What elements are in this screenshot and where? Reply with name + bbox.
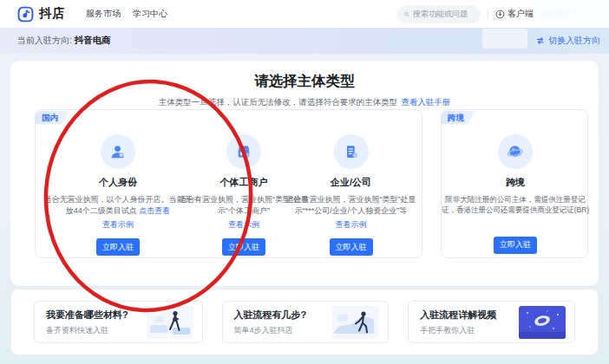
view-example-link[interactable]: 查看示例 — [282, 219, 421, 231]
help-title: 入驻流程有几步? — [234, 309, 307, 322]
entity-title: 企业/公司 — [331, 176, 371, 189]
subtitle-text: 主体类型一旦选择，认证后无法修改，请选择符合要求的主体类型 — [159, 97, 398, 107]
entity-title: 个人身份 — [99, 176, 137, 189]
cross-border-card: 跨境 跨境 限非大陆注册的公司主体，需提供注册登记证，香港注册公司还需要提供商业… — [441, 109, 588, 258]
redacted-area-subheader — [482, 29, 527, 49]
doudian-logo-icon — [17, 6, 34, 23]
click-view-link[interactable]: 点击查看 — [139, 206, 170, 215]
header-divider — [488, 9, 488, 19]
switch-direction-link[interactable]: 切换入驻方向 — [536, 35, 600, 47]
search-input[interactable] — [413, 10, 474, 18]
join-now-button-personal[interactable]: 立即入驻 — [96, 238, 140, 256]
help-subtitle: 备齐资料快速入驻 — [46, 325, 128, 336]
join-now-button-enterprise[interactable]: 立即入驻 — [330, 238, 373, 256]
shop-icon — [226, 134, 261, 169]
person-icon — [101, 134, 135, 169]
top-header: 抖店 服务市场 学习中心 客户端 — [0, 0, 609, 28]
building-icon — [334, 134, 369, 169]
search-icon — [404, 10, 409, 18]
help-subtitle: 简单4步入驻抖店 — [234, 325, 307, 336]
help-card-steps[interactable]: 入驻流程有几步? 简单4步入驻抖店 — [222, 301, 390, 343]
page-title: 请选择主体类型 — [10, 72, 599, 91]
switch-icon — [536, 36, 545, 45]
entity-title: 个体工商户 — [220, 176, 268, 189]
help-title: 入驻流程详解视频 — [420, 309, 496, 322]
current-direction: 当前入驻方向:抖音电商 — [17, 35, 111, 47]
client-label: 客户端 — [508, 8, 534, 20]
entity-enterprise: 企业/公司 适合有营业执照，营业执照“类型”处显示“***公司/企业/个人独资企… — [278, 110, 423, 259]
search-box[interactable] — [397, 5, 481, 23]
desc-text: 适合有营业执照，营业执照“类型”处显示“***公司/企业/个人独资企业”等 — [286, 195, 416, 215]
help-subtitle: 手把手教你入驻 — [420, 325, 496, 336]
entity-title: 跨境 — [506, 176, 525, 189]
help-section: 我要准备哪些材料? 备齐资料快速入驻 入驻流程有几步? 简单4步入驻抖店 — [10, 289, 599, 355]
video-thumbnail — [519, 306, 566, 339]
doudian-logo[interactable]: 抖店 — [17, 6, 65, 23]
download-icon — [495, 10, 505, 19]
globe-icon — [498, 134, 533, 169]
page-subtitle: 主体类型一旦选择，认证后无法修改，请选择符合要求的主体类型查看入驻手册 — [10, 97, 599, 108]
materials-illustration — [147, 306, 193, 339]
client-download-button[interactable]: 客户端 — [495, 8, 534, 20]
nav-learning-center[interactable]: 学习中心 — [133, 8, 167, 20]
join-now-button-cross-border[interactable]: 立即入驻 — [494, 237, 537, 254]
douyin-shop-entity-select-page: 抖店 服务市场 学习中心 客户端 — [0, 0, 609, 364]
domestic-card: 国内 个人身份 适合无营业执照，以个人身份开店。当前开放44个二级类目试点 点击… — [35, 109, 422, 258]
help-card-video[interactable]: 入驻流程详解视频 手把手教你入驻 — [408, 301, 575, 343]
nav-service-market[interactable]: 服务市场 — [86, 8, 121, 20]
main-panel: 请选择主体类型 主体类型一旦选择，认证后无法修改，请选择符合要求的主体类型查看入… — [10, 61, 599, 286]
switch-label: 切换入驻方向 — [548, 35, 600, 47]
help-card-materials[interactable]: 我要准备哪些材料? 备齐资料快速入驻 — [34, 301, 203, 343]
entity-desc: 限非大陆注册的公司主体，需提供注册登记证，香港注册公司还需要提供商业登记证(BR… — [439, 194, 592, 216]
direction-value: 抖音电商 — [75, 35, 111, 45]
steps-illustration — [332, 306, 379, 339]
header-nav: 服务市场 学习中心 — [86, 8, 167, 20]
manual-link[interactable]: 查看入驻手册 — [401, 97, 450, 107]
entity-cross-border: 跨境 限非大陆注册的公司主体，需提供注册登记证，香港注册公司还需要提供商业登记证… — [442, 110, 589, 259]
help-title: 我要准备哪些材料? — [46, 309, 128, 322]
redacted-area-account — [534, 0, 609, 26]
entity-desc: 适合有营业执照，营业执照“类型”处显示“***公司/企业/个人独资企业”等 查看… — [282, 194, 421, 231]
direction-label: 当前入驻方向: — [17, 36, 72, 45]
logo-text: 抖店 — [39, 6, 65, 22]
join-now-button-individual[interactable]: 立即入驻 — [222, 238, 265, 256]
desc-text: 限非大陆注册的公司主体，需提供注册登记证，香港注册公司还需要提供商业登记证(BR… — [442, 195, 589, 214]
